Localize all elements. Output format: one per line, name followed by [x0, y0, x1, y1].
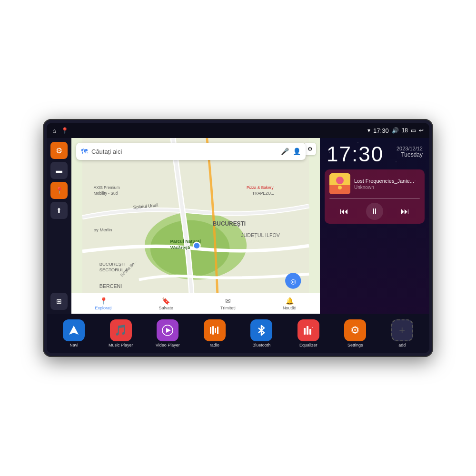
send-icon: ✉	[225, 297, 231, 305]
search-input[interactable]: Căutați aici	[91, 148, 277, 155]
equalizer-label: Equalizer	[299, 343, 317, 347]
svg-text:◎: ◎	[290, 278, 296, 285]
svg-rect-33	[304, 328, 306, 329]
sidebar-apps-button[interactable]: ⊞	[50, 293, 68, 310]
svg-marker-25	[69, 326, 79, 335]
add-icon-wrap: +	[391, 319, 413, 341]
status-left: ⌂ 📍	[52, 127, 69, 134]
svg-rect-35	[307, 326, 308, 327]
pause-button[interactable]: ⏸	[366, 203, 383, 220]
app-video-player[interactable]: Video Player	[145, 317, 190, 349]
home-icon[interactable]: ⌂	[52, 127, 56, 134]
sidebar-inbox-button[interactable]: ▬	[50, 162, 68, 179]
map-area: Splaiul Unirii BUCUREȘTI JUDEȚUL ILFOV B…	[71, 138, 320, 314]
app-navi[interactable]: Navi	[51, 317, 97, 349]
arrow-up-icon: ⬆	[56, 207, 62, 214]
radio-label: radio	[210, 343, 219, 347]
settings-icon: ⚙	[307, 146, 313, 152]
svg-rect-31	[217, 327, 218, 334]
right-panel: 17:30 2023/12/12 Tuesday	[320, 138, 429, 314]
saved-icon: 🔖	[162, 297, 170, 305]
map-nav-send[interactable]: ✉ Trimiteți	[220, 297, 236, 310]
device-screen: ⌂ 📍 ▾ 17:30 🔊 18 ▭ ↩ ⚙ ▬	[47, 123, 429, 353]
explore-label: Explorați	[95, 306, 112, 310]
app-grid-section: Navi 🎵 Music Player Video Player	[47, 314, 429, 353]
map-bottom-nav: 📍 Explorați 🔖 Salvate ✉ Trimiteți 🔔	[71, 293, 320, 314]
music-card: Lost Frequencies_Janie... Unknown ⏮ ⏸ ⏭	[325, 169, 425, 224]
left-sidebar: ⚙ ▬ 📍 ⬆ ⊞	[47, 138, 71, 314]
svg-rect-30	[215, 328, 216, 333]
svg-text:AXIS Premium: AXIS Premium	[94, 185, 120, 190]
app-equalizer[interactable]: Equalizer	[286, 317, 331, 349]
music-top: Lost Frequencies_Janie... Unknown	[329, 173, 420, 194]
app-grid: Navi 🎵 Music Player Video Player	[49, 317, 427, 349]
svg-text:JUDEȚUL ILFOV: JUDEȚUL ILFOV	[241, 232, 280, 238]
settings-icon-wrap: ⚙	[344, 319, 366, 341]
date-info: 2023/12/12 Tuesday	[397, 144, 423, 158]
svg-rect-34	[307, 327, 308, 335]
sidebar-map-button[interactable]: 📍	[50, 182, 68, 199]
video-player-icon-wrap	[157, 319, 178, 341]
updates-label: Noutăți	[283, 306, 297, 310]
car-head-unit: ⌂ 📍 ▾ 17:30 🔊 18 ▭ ↩ ⚙ ▬	[43, 119, 433, 357]
clock-display: 17:30	[327, 144, 384, 165]
music-title: Lost Frequencies_Janie...	[354, 178, 420, 184]
app-add[interactable]: + add	[380, 317, 425, 349]
explore-icon: 📍	[99, 297, 108, 305]
settings-label: Settings	[347, 343, 363, 347]
map-svg: Splaiul Unirii BUCUREȘTI JUDEȚUL ILFOV B…	[71, 138, 320, 314]
album-art	[329, 173, 350, 194]
svg-marker-27	[166, 328, 171, 333]
svg-text:BUCUREȘTI: BUCUREȘTI	[213, 221, 246, 228]
date-display: 2023/12/12	[397, 146, 423, 151]
maps-pin-icon[interactable]: 📍	[61, 127, 69, 134]
music-artist: Unknown	[354, 185, 420, 190]
svg-rect-38	[312, 327, 313, 328]
radio-icon-wrap	[204, 319, 226, 341]
svg-text:Mobility - Sud: Mobility - Sud	[94, 191, 118, 196]
music-controls: ⏮ ⏸ ⏭	[329, 203, 420, 220]
svg-rect-37	[309, 329, 311, 330]
map-nav-updates[interactable]: 🔔 Noutăți	[283, 297, 297, 310]
app-bluetooth[interactable]: Bluetooth	[239, 317, 284, 349]
svg-point-24	[338, 186, 342, 189]
updates-icon: 🔔	[286, 297, 294, 305]
map-container: Splaiul Unirii BUCUREȘTI JUDEȚUL ILFOV B…	[71, 138, 320, 314]
svg-text:BERCENI: BERCENI	[99, 283, 122, 289]
back-icon[interactable]: ↩	[419, 127, 424, 134]
sidebar-settings-button[interactable]: ⚙	[50, 142, 68, 159]
app-settings[interactable]: ⚙ Settings	[333, 317, 378, 349]
svg-point-22	[336, 177, 344, 184]
status-right: ▾ 17:30 🔊 18 ▭ ↩	[367, 127, 424, 134]
app-music-player[interactable]: 🎵 Music Player	[99, 317, 144, 349]
svg-text:Văcărești: Văcărești	[170, 245, 190, 250]
navi-icon-wrap	[63, 319, 85, 341]
svg-point-12	[193, 242, 200, 249]
saved-label: Salvate	[159, 306, 173, 310]
inbox-icon: ▬	[56, 167, 62, 174]
wifi-icon: ▾	[367, 127, 370, 134]
music-info: Lost Frequencies_Janie... Unknown	[354, 178, 420, 190]
gear-icon: ⚙	[56, 146, 62, 155]
sidebar-nav-button[interactable]: ⬆	[50, 202, 68, 219]
battery-icon: ▭	[411, 127, 416, 134]
map-nav-saved[interactable]: 🔖 Salvate	[159, 297, 173, 310]
status-time: 17:30	[373, 127, 389, 134]
grid-icon: ⊞	[56, 298, 62, 305]
battery-level: 18	[402, 127, 408, 134]
profile-icon[interactable]: 👤	[293, 148, 301, 155]
svg-rect-29	[212, 326, 214, 335]
map-search-bar[interactable]: 🗺 Căutați aici 🎤 👤	[76, 143, 306, 160]
album-art-inner	[329, 173, 350, 194]
next-button[interactable]: ⏭	[397, 205, 413, 218]
mic-icon[interactable]: 🎤	[281, 148, 289, 155]
map-pin-icon: 📍	[55, 187, 63, 194]
prev-button[interactable]: ⏮	[336, 205, 352, 218]
video-player-label: Video Player	[156, 343, 180, 347]
equalizer-icon-wrap	[298, 319, 319, 341]
svg-rect-36	[309, 330, 311, 335]
music-progress-bar[interactable]	[329, 198, 420, 199]
svg-rect-28	[210, 327, 211, 334]
map-nav-explore[interactable]: 📍 Explorați	[95, 297, 112, 310]
app-radio[interactable]: radio	[192, 317, 238, 349]
